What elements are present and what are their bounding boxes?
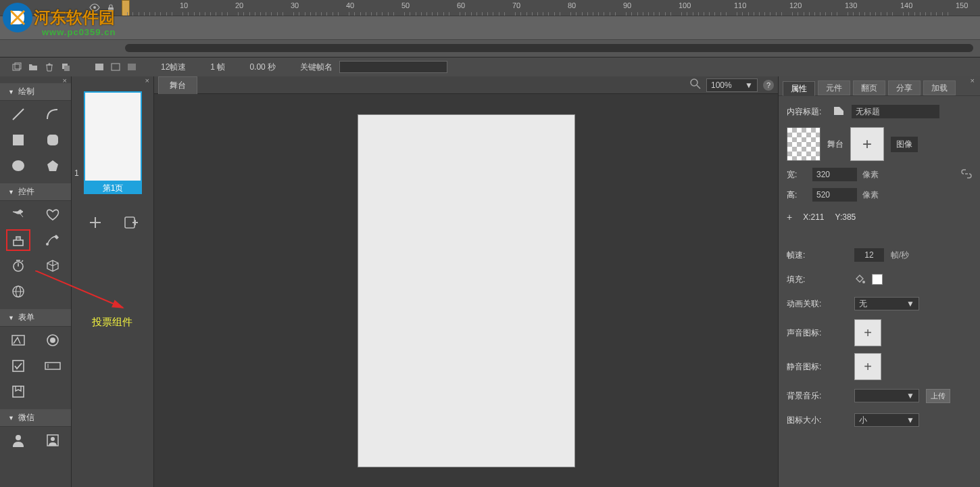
svg-rect-8 bbox=[112, 64, 120, 70]
page-panel: × 1 第1页 bbox=[72, 76, 154, 487]
dice-tool-icon[interactable] bbox=[43, 258, 62, 274]
svg-point-34 bbox=[51, 437, 55, 441]
timeline-scrollbar[interactable] bbox=[125, 44, 973, 52]
canvas[interactable] bbox=[358, 114, 575, 467]
add-page-button[interactable] bbox=[86, 213, 105, 232]
line-tool-icon[interactable] bbox=[9, 106, 28, 122]
checkbox-icon[interactable] bbox=[9, 358, 28, 374]
page-label[interactable]: 第1页 bbox=[84, 182, 142, 194]
stage-tab[interactable]: 舞台 bbox=[158, 76, 197, 94]
globe-tool-icon[interactable] bbox=[9, 283, 28, 300]
textbox-icon[interactable] bbox=[9, 332, 28, 348]
duplicate-page-button[interactable] bbox=[121, 213, 140, 232]
anim-link-select[interactable]: 无▼ bbox=[854, 297, 919, 310]
section-widget[interactable]: ▼控件 bbox=[0, 183, 71, 201]
arc-tool-icon[interactable] bbox=[43, 106, 62, 122]
keyframe-name-input[interactable] bbox=[339, 61, 447, 73]
properties-panel: × 属性 元件 翻页 分享 加载 内容标题: 舞台 + 图像 宽: bbox=[779, 76, 980, 487]
keyframe-clear-icon[interactable] bbox=[127, 62, 137, 72]
background-swatch[interactable] bbox=[787, 127, 820, 161]
stage-canvas[interactable] bbox=[154, 94, 778, 487]
pos-x: X:211 bbox=[803, 212, 824, 222]
link-icon[interactable] bbox=[961, 169, 972, 181]
svg-rect-4 bbox=[15, 63, 21, 69]
timer-tool-icon[interactable] bbox=[9, 258, 28, 274]
timeline-ruler[interactable]: 102030405060708090100110120130140150 bbox=[122, 0, 980, 16]
annotation-label: 投票组件 bbox=[92, 316, 132, 329]
svg-rect-15 bbox=[14, 240, 23, 246]
svg-rect-9 bbox=[128, 64, 136, 70]
content-title-input[interactable] bbox=[852, 105, 939, 118]
person-icon[interactable] bbox=[9, 432, 28, 448]
svg-rect-31 bbox=[13, 386, 24, 397]
section-wechat[interactable]: ▼微信 bbox=[0, 409, 71, 427]
rect-tool-icon[interactable] bbox=[9, 132, 28, 148]
width-label: 宽: bbox=[787, 169, 807, 181]
svg-line-21 bbox=[22, 260, 23, 262]
tab-properties[interactable]: 属性 bbox=[783, 81, 815, 96]
close-icon[interactable]: × bbox=[145, 76, 149, 85]
polygon-tool-icon[interactable] bbox=[43, 158, 62, 174]
hand-tool-icon[interactable] bbox=[9, 206, 28, 223]
roundrect-tool-icon[interactable] bbox=[43, 132, 62, 148]
height-input[interactable] bbox=[812, 188, 857, 202]
bg-music-select[interactable]: ▼ bbox=[854, 389, 919, 402]
svg-marker-14 bbox=[47, 160, 58, 171]
keyframe-insert-icon[interactable] bbox=[95, 62, 104, 72]
duplicate-icon[interactable] bbox=[61, 62, 70, 72]
paint-bucket-icon[interactable] bbox=[854, 273, 865, 286]
tab-elements[interactable]: 元件 bbox=[818, 80, 850, 95]
input-icon[interactable] bbox=[43, 358, 62, 374]
tab-pageflip[interactable]: 翻页 bbox=[853, 80, 885, 95]
close-icon[interactable]: × bbox=[63, 76, 67, 85]
svg-point-27 bbox=[50, 338, 55, 343]
content-title-label: 内容标题: bbox=[787, 106, 826, 118]
tab-share[interactable]: 分享 bbox=[888, 80, 921, 95]
heart-tool-icon[interactable] bbox=[43, 206, 62, 223]
add-pos-icon[interactable]: + bbox=[787, 212, 792, 223]
svg-rect-6 bbox=[64, 66, 70, 71]
svg-rect-28 bbox=[13, 361, 24, 371]
lock-icon[interactable] bbox=[107, 3, 115, 13]
section-draw[interactable]: ▼绘制 bbox=[0, 83, 71, 101]
icon-size-select[interactable]: 小▼ bbox=[854, 413, 919, 427]
upload-button[interactable]: 上传 bbox=[926, 389, 950, 403]
help-icon[interactable]: ? bbox=[763, 80, 774, 91]
svg-rect-3 bbox=[13, 64, 20, 70]
sound-icon-label: 声音图标: bbox=[787, 327, 826, 339]
fill-color-swatch[interactable] bbox=[872, 274, 883, 285]
trash-icon[interactable] bbox=[45, 62, 54, 72]
svg-point-43 bbox=[862, 281, 865, 283]
page-thumbnail[interactable] bbox=[84, 91, 142, 182]
vote-widget-icon[interactable] bbox=[9, 232, 28, 248]
keyframe-blank-icon[interactable] bbox=[111, 62, 120, 72]
ellipse-tool-icon[interactable] bbox=[9, 158, 28, 174]
search-icon[interactable] bbox=[690, 78, 701, 91]
avatar-box-icon[interactable] bbox=[43, 432, 62, 448]
tool-palette: × ▼绘制 ▼控件 ▼表单 ▼微信 bbox=[0, 76, 72, 487]
playhead[interactable] bbox=[122, 0, 130, 16]
pen-path-icon[interactable] bbox=[43, 232, 62, 248]
add-image-button[interactable]: + bbox=[850, 127, 884, 161]
fps-input[interactable] bbox=[854, 248, 884, 262]
svg-rect-7 bbox=[95, 64, 103, 70]
section-form[interactable]: ▼表单 bbox=[0, 309, 71, 327]
close-icon[interactable]: × bbox=[971, 76, 975, 85]
frame-display: 1 帧 bbox=[210, 62, 225, 73]
zoom-select[interactable]: 100%▼ bbox=[706, 78, 758, 92]
add-sound-icon-button[interactable]: + bbox=[854, 319, 881, 346]
radio-icon[interactable] bbox=[43, 332, 62, 348]
submit-icon[interactable] bbox=[9, 384, 28, 400]
svg-point-1 bbox=[93, 6, 96, 9]
page-number: 1 bbox=[74, 168, 79, 178]
height-unit: 像素 bbox=[862, 189, 879, 201]
tab-load[interactable]: 加载 bbox=[923, 80, 956, 95]
svg-rect-29 bbox=[45, 363, 60, 369]
visibility-icon[interactable] bbox=[89, 3, 100, 14]
folder-icon[interactable] bbox=[28, 62, 38, 72]
svg-point-17 bbox=[46, 243, 49, 246]
svg-rect-2 bbox=[108, 7, 114, 12]
new-layer-icon[interactable] bbox=[12, 62, 22, 72]
add-mute-icon-button[interactable]: + bbox=[854, 353, 881, 380]
width-input[interactable] bbox=[812, 168, 857, 181]
